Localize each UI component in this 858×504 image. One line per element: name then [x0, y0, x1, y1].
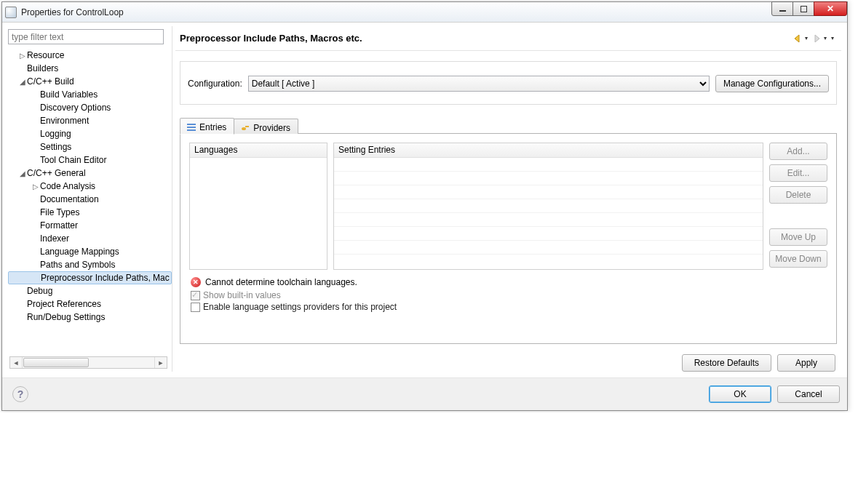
tree-item[interactable]: Tool Chain Editor — [8, 153, 172, 167]
delete-button: Delete — [769, 186, 827, 204]
tree-item[interactable]: File Types — [8, 206, 172, 219]
tree-item[interactable]: ◢C/C++ Build — [8, 75, 172, 88]
tree-twist-icon[interactable]: ◢ — [18, 169, 27, 177]
tree-item[interactable]: Settings — [8, 140, 172, 153]
app-icon — [5, 7, 17, 18]
move-up-button: Move Up — [769, 228, 827, 246]
tree-item-label: Language Mappings — [40, 247, 119, 257]
tree-item-label: Paths and Symbols — [40, 260, 115, 270]
restore-defaults-button[interactable]: Restore Defaults — [682, 354, 771, 372]
add-button: Add... — [769, 143, 827, 160]
tree-item[interactable]: Indexer — [8, 232, 172, 245]
tree-item[interactable]: Run/Debug Settings — [8, 311, 172, 324]
tab-providers[interactable]: Providers — [234, 119, 298, 134]
tree-item[interactable]: Build Variables — [8, 88, 172, 101]
tree-item[interactable]: ▷Code Analysis — [8, 180, 172, 193]
show-builtin-row: Show built-in values — [191, 290, 827, 300]
ok-button[interactable]: OK — [709, 385, 771, 403]
tree-item-label: Settings — [40, 142, 71, 152]
tree-item-label: Build Variables — [40, 89, 98, 100]
configuration-label: Configuration: — [188, 79, 242, 89]
filter-input[interactable] — [8, 29, 164, 44]
svg-rect-3 — [187, 127, 196, 128]
scroll-thumb[interactable] — [23, 358, 89, 367]
tree-item-label: C/C++ General — [27, 168, 86, 178]
entries-icon — [186, 122, 196, 132]
tree-item-label: Indexer — [40, 233, 69, 244]
maximize-button[interactable] — [793, 1, 814, 16]
dialog-footer: ? OK Cancel — [2, 377, 847, 410]
tree-item-label: Preprocessor Include Paths, Mac — [41, 273, 170, 283]
page-title: Preprocessor Include Paths, Macros etc. — [180, 33, 362, 44]
tree-item[interactable]: Environment — [8, 114, 172, 127]
tab-entries[interactable]: Entries — [180, 118, 234, 135]
tree-item[interactable]: Documentation — [8, 193, 172, 206]
tree-item-label: Debug — [27, 286, 52, 296]
enable-providers-label: Enable language settings providers for t… — [203, 302, 397, 312]
tree-item[interactable]: Builders — [8, 62, 172, 75]
tree-item[interactable]: Discovery Options — [8, 101, 172, 114]
view-menu-icon[interactable]: ▾ — [831, 35, 834, 41]
configuration-select[interactable]: Default [ Active ] — [248, 76, 710, 92]
tree-item-label: File Types — [40, 207, 79, 217]
svg-rect-2 — [187, 124, 196, 125]
nav-forward-icon — [812, 34, 822, 43]
help-icon[interactable]: ? — [12, 386, 28, 402]
tree-item-label: Environment — [40, 116, 89, 126]
properties-dialog: Properties for ControlLoop ✕ ▷ResourceBu… — [1, 1, 848, 411]
tree-item-label: Documentation — [40, 194, 99, 204]
scroll-left-icon[interactable]: ◄ — [10, 357, 23, 368]
tree-item[interactable]: ▷Resource — [8, 49, 172, 62]
tree-item[interactable]: Project References — [8, 297, 172, 311]
tree-item[interactable]: Preprocessor Include Paths, Mac — [8, 271, 172, 284]
minimize-button[interactable] — [771, 1, 793, 16]
nav-tree[interactable]: ▷ResourceBuilders◢C/C++ BuildBuild Varia… — [5, 47, 172, 355]
horizontal-scrollbar[interactable]: ◄ ► — [9, 356, 167, 369]
tree-item-label: Resource — [27, 50, 64, 60]
tree-twist-icon[interactable]: ◢ — [18, 78, 27, 86]
manage-configurations-button[interactable]: Manage Configurations... — [715, 75, 829, 92]
tree-item-label: Tool Chain Editor — [40, 155, 106, 165]
tree-item-label: Run/Debug Settings — [27, 312, 105, 322]
tree-item-label: Project References — [27, 299, 101, 309]
tree-item[interactable]: Language Mappings — [8, 245, 172, 258]
svg-marker-1 — [815, 35, 819, 42]
show-builtin-label: Show built-in values — [203, 290, 281, 300]
providers-icon — [240, 123, 250, 133]
error-text: Cannot determine toolchain languages. — [205, 277, 357, 287]
scroll-right-icon[interactable]: ► — [154, 357, 167, 368]
tree-item[interactable]: Debug — [8, 284, 172, 297]
languages-header: Languages — [190, 143, 327, 158]
sidebar: ▷ResourceBuilders◢C/C++ BuildBuild Varia… — [5, 26, 172, 372]
edit-button: Edit... — [769, 164, 827, 182]
tree-twist-icon[interactable]: ▷ — [31, 183, 40, 191]
languages-list[interactable]: Languages — [189, 143, 327, 270]
move-down-button: Move Down — [769, 250, 827, 268]
tree-item-label: Builders — [27, 63, 58, 73]
tree-item-label: C/C++ Build — [27, 76, 74, 87]
tree-item-label: Code Analysis — [40, 181, 95, 191]
enable-providers-checkbox[interactable] — [191, 303, 200, 312]
nav-back-icon[interactable] — [793, 34, 803, 43]
tree-item-label: Formatter — [40, 220, 78, 231]
tree-item[interactable]: ◢C/C++ General — [8, 167, 172, 180]
tree-item[interactable]: Logging — [8, 127, 172, 140]
tree-item[interactable]: Formatter — [8, 219, 172, 232]
error-icon: ✕ — [191, 277, 201, 287]
tree-twist-icon[interactable]: ▷ — [18, 52, 27, 60]
nav-forward-menu-icon[interactable]: ▾ — [824, 35, 827, 41]
configuration-panel: Configuration: Default [ Active ] Manage… — [180, 61, 837, 105]
content-pane: Preprocessor Include Paths, Macros etc. … — [172, 26, 844, 372]
show-builtin-checkbox — [191, 291, 200, 300]
setting-entries-list[interactable]: Setting Entries — [333, 143, 763, 270]
tab-entries-label: Entries — [199, 122, 226, 132]
tree-item[interactable]: Paths and Symbols — [8, 258, 172, 271]
cancel-button[interactable]: Cancel — [777, 385, 840, 403]
titlebar: Properties for ControlLoop ✕ — [2, 2, 847, 23]
error-message-row: ✕ Cannot determine toolchain languages. — [191, 277, 827, 287]
close-button[interactable]: ✕ — [814, 1, 847, 16]
tree-item-label: Logging — [40, 129, 71, 139]
enable-providers-row: Enable language settings providers for t… — [191, 302, 827, 312]
apply-button[interactable]: Apply — [777, 354, 835, 372]
nav-back-menu-icon[interactable]: ▾ — [805, 35, 808, 41]
